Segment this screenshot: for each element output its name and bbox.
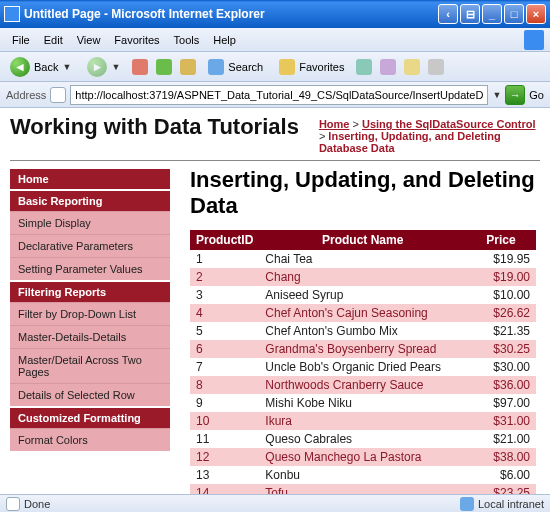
back-icon: ◄	[10, 57, 30, 77]
sidebar-item[interactable]: Setting Parameter Values	[10, 257, 170, 280]
extra-button-1[interactable]: ‹	[438, 4, 458, 24]
address-label: Address	[6, 89, 46, 101]
minimize-button[interactable]: _	[482, 4, 502, 24]
cell-price: $30.00	[466, 358, 536, 376]
sidebar-item[interactable]: Details of Selected Row	[10, 383, 170, 406]
cell-name: Chai Tea	[259, 250, 466, 268]
breadcrumb-section[interactable]: Using the SqlDataSource Control	[362, 118, 536, 130]
star-icon	[279, 59, 295, 75]
sidebar-item[interactable]: Master-Details-Details	[10, 325, 170, 348]
table-row: 11Queso Cabrales$21.00	[190, 430, 536, 448]
address-bar: Address ▼ → Go	[0, 82, 550, 108]
mail-icon[interactable]	[404, 59, 420, 75]
menu-file[interactable]: File	[6, 32, 36, 48]
favorites-button[interactable]: Favorites	[275, 57, 348, 77]
menu-edit[interactable]: Edit	[38, 32, 69, 48]
table-row: 8Northwoods Cranberry Sauce$36.00	[190, 376, 536, 394]
cell-id: 6	[190, 340, 259, 358]
table-row: 12Queso Manchego La Pastora$38.00	[190, 448, 536, 466]
breadcrumb-home[interactable]: Home	[319, 118, 350, 130]
page-content: Working with Data Tutorials Home > Using…	[0, 108, 550, 494]
address-input[interactable]	[70, 85, 488, 105]
cell-id: 13	[190, 466, 259, 484]
cell-price: $31.00	[466, 412, 536, 430]
cell-id: 10	[190, 412, 259, 430]
table-row: 7Uncle Bob's Organic Dried Pears$30.00	[190, 358, 536, 376]
zone-text: Local intranet	[478, 498, 544, 510]
cell-id: 8	[190, 376, 259, 394]
cell-id: 14	[190, 484, 259, 494]
chevron-down-icon[interactable]: ▼	[492, 90, 501, 100]
ie-logo-icon	[524, 30, 544, 50]
maximize-button[interactable]: □	[504, 4, 524, 24]
refresh-icon[interactable]	[156, 59, 172, 75]
close-button[interactable]: ×	[526, 4, 546, 24]
table-row: 1Chai Tea$19.95	[190, 250, 536, 268]
menu-tools[interactable]: Tools	[168, 32, 206, 48]
cell-price: $36.00	[466, 376, 536, 394]
search-icon	[208, 59, 224, 75]
forward-button[interactable]: ► ▼	[83, 55, 124, 79]
cell-id: 2	[190, 268, 259, 286]
print-icon[interactable]	[428, 59, 444, 75]
cell-id: 7	[190, 358, 259, 376]
menu-bar: File Edit View Favorites Tools Help	[0, 28, 550, 52]
media-icon[interactable]	[356, 59, 372, 75]
cell-name: Grandma's Boysenberry Spread	[259, 340, 466, 358]
cell-price: $19.00	[466, 268, 536, 286]
sidebar-item[interactable]: Filter by Drop-Down List	[10, 302, 170, 325]
cell-price: $21.00	[466, 430, 536, 448]
site-title: Working with Data Tutorials	[10, 114, 299, 140]
table-row: 9Mishi Kobe Niku$97.00	[190, 394, 536, 412]
table-row: 5Chef Anton's Gumbo Mix$21.35	[190, 322, 536, 340]
cell-id: 9	[190, 394, 259, 412]
cell-name: Chang	[259, 268, 466, 286]
cell-price: $30.25	[466, 340, 536, 358]
cell-id: 5	[190, 322, 259, 340]
cell-name: Ikura	[259, 412, 466, 430]
table-row: 14Tofu$23.25	[190, 484, 536, 494]
cell-price: $6.00	[466, 466, 536, 484]
sidebar-item[interactable]: Declarative Parameters	[10, 234, 170, 257]
cell-name: Northwoods Cranberry Sauce	[259, 376, 466, 394]
table-row: 6Grandma's Boysenberry Spread$30.25	[190, 340, 536, 358]
col-price: Price	[466, 230, 536, 250]
sidebar-category[interactable]: Basic Reporting	[10, 191, 170, 211]
menu-view[interactable]: View	[71, 32, 107, 48]
cell-name: Konbu	[259, 466, 466, 484]
sidebar-item[interactable]: Format Colors	[10, 428, 170, 451]
back-button[interactable]: ◄ Back ▼	[6, 55, 75, 79]
divider	[10, 160, 540, 161]
col-productid: ProductID	[190, 230, 259, 250]
chevron-down-icon: ▼	[111, 62, 120, 72]
forward-icon: ►	[87, 57, 107, 77]
sidebar-item[interactable]: Master/Detail Across Two Pages	[10, 348, 170, 383]
extra-button-2[interactable]: ⊟	[460, 4, 480, 24]
stop-icon[interactable]	[132, 59, 148, 75]
cell-price: $19.95	[466, 250, 536, 268]
status-text: Done	[24, 498, 50, 510]
table-row: 4Chef Anton's Cajun Seasoning$26.62	[190, 304, 536, 322]
sidebar-category[interactable]: Customized Formatting	[10, 408, 170, 428]
status-bar: Done Local intranet	[0, 494, 550, 512]
history-icon[interactable]	[380, 59, 396, 75]
cell-name: Chef Anton's Gumbo Mix	[259, 322, 466, 340]
home-icon[interactable]	[180, 59, 196, 75]
page-icon	[50, 87, 66, 103]
ie-icon	[4, 6, 20, 22]
table-row: 2Chang$19.00	[190, 268, 536, 286]
menu-help[interactable]: Help	[207, 32, 242, 48]
menu-favorites[interactable]: Favorites	[108, 32, 165, 48]
cell-name: Chef Anton's Cajun Seasoning	[259, 304, 466, 322]
go-button[interactable]: →	[505, 85, 525, 105]
sidebar-item[interactable]: Simple Display	[10, 211, 170, 234]
search-button[interactable]: Search	[204, 57, 267, 77]
sidebar-category[interactable]: Filtering Reports	[10, 282, 170, 302]
table-row: 10Ikura$31.00	[190, 412, 536, 430]
cell-price: $10.00	[466, 286, 536, 304]
cell-id: 3	[190, 286, 259, 304]
cell-price: $21.35	[466, 322, 536, 340]
cell-id: 12	[190, 448, 259, 466]
products-table: ProductID Product Name Price 1Chai Tea$1…	[190, 230, 536, 494]
sidebar-category[interactable]: Home	[10, 169, 170, 189]
